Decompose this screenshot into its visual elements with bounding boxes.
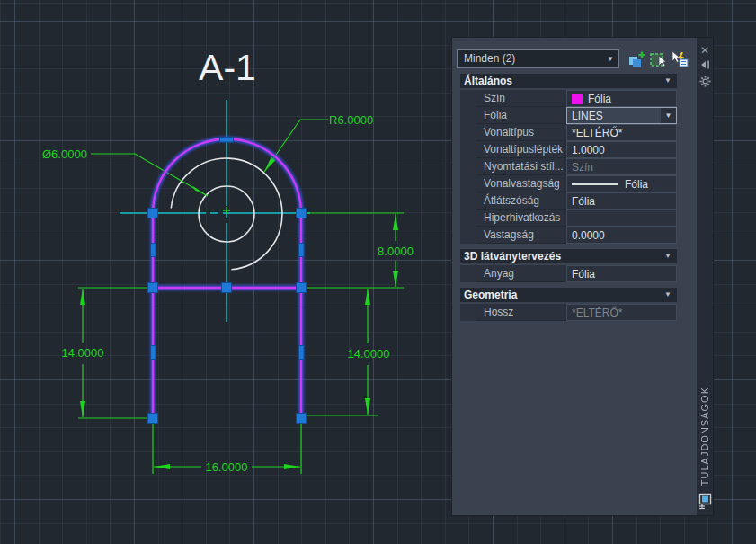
general-rows: Szín Fólia Fólia LINES ▼ Vonaltípus	[460, 90, 677, 244]
palette-tab-title[interactable]: TULAJDONSÁGOK	[699, 387, 710, 486]
chevron-down-icon[interactable]: ▼	[664, 74, 672, 88]
chevron-down-icon[interactable]: ▼	[664, 288, 672, 302]
upper-height-label: 8.0000	[378, 245, 414, 258]
width-label: 16.0000	[206, 460, 248, 474]
property-row-linetype-scale: Vonaltípuslépték 1.0000	[476, 141, 677, 158]
right-height-label: 14.0000	[348, 347, 390, 361]
selection-combobox[interactable]: Minden (2) ▼	[457, 49, 619, 68]
properties-palette: Minden (2) ▼	[452, 38, 713, 515]
property-row-material: Anyag Fólia	[476, 265, 677, 282]
section-header-3d[interactable]: 3D látványtervezés ▼	[460, 249, 677, 263]
settings-gear-icon[interactable]	[699, 76, 711, 89]
property-row-hyperlink: Hiperhivatkozás	[476, 210, 677, 227]
autohide-icon[interactable]	[700, 60, 710, 71]
geometry-rows: Hossz *ELTÉRŐ*	[460, 304, 677, 321]
chevron-down-icon[interactable]: ▼	[661, 108, 676, 123]
toggle-pickadd-icon[interactable]	[627, 50, 645, 68]
property-row-color: Szín Fólia	[476, 90, 677, 107]
property-row-length: Hossz *ELTÉRŐ*	[476, 304, 677, 321]
dimensions[interactable]	[78, 120, 404, 474]
layer-dropdown[interactable]: LINES ▼	[566, 107, 677, 124]
properties-palette-icon[interactable]	[698, 493, 712, 513]
property-row-thickness: Vastagság 0.0000	[476, 227, 677, 244]
dimension-labels: Ø6.0000 R6.0000 8.0000 14.0000 14.0000 1…	[42, 113, 414, 474]
select-objects-icon[interactable]	[649, 50, 667, 68]
diameter-label: Ø6.0000	[42, 147, 87, 161]
palette-title-bar: ✕ TULAJDONSÁGOK	[697, 38, 713, 515]
chevron-down-icon[interactable]: ▼	[664, 249, 672, 263]
section-header-general[interactable]: Általános ▼	[460, 74, 677, 88]
property-row-linetype: Vonaltípus *ELTÉRŐ*	[476, 124, 677, 141]
close-icon[interactable]: ✕	[700, 46, 709, 56]
property-row-plotstyle: Nyomtatási stíl... Szín	[476, 158, 677, 175]
property-row-transparency: Átlátszóság Fólia	[476, 192, 677, 210]
properties-body: Minden (2) ▼	[452, 38, 697, 515]
radius-label: R6.0000	[329, 113, 373, 127]
drawing-title: A-1	[199, 47, 256, 88]
section-header-geometry[interactable]: Geometria ▼	[460, 288, 677, 302]
property-row-layer: Fólia LINES ▼	[476, 107, 677, 124]
quick-select-icon[interactable]	[671, 50, 689, 68]
property-row-lineweight: Vonalvastagság Fólia	[476, 175, 677, 192]
autocad-window: A-1	[0, 0, 756, 544]
lineweight-sample-icon	[572, 183, 618, 185]
3d-rows: Anyag Fólia	[460, 265, 677, 282]
selection-combobox-value: Minden (2)	[458, 50, 602, 67]
color-swatch	[572, 94, 583, 104]
left-height-label: 14.0000	[62, 346, 104, 360]
chevron-down-icon[interactable]: ▼	[602, 55, 618, 63]
